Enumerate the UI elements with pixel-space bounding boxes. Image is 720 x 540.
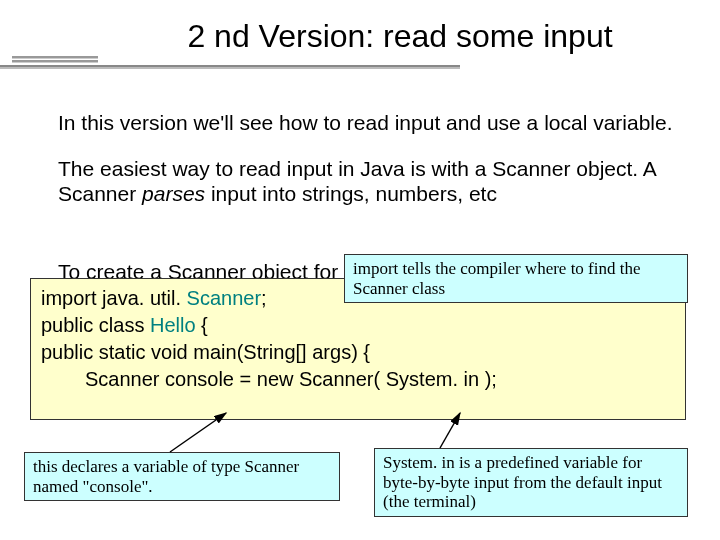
- slide: 2 nd Version: read some input In this ve…: [0, 0, 720, 540]
- callout-import: import tells the compiler where to find …: [344, 254, 688, 303]
- text: {: [196, 314, 208, 336]
- decorative-rule: [12, 56, 98, 59]
- slide-title: 2 nd Version: read some input: [110, 18, 690, 55]
- classname: Scanner: [187, 287, 262, 309]
- text: import java. util.: [41, 287, 187, 309]
- text: input into strings, numbers, etc: [205, 182, 497, 205]
- emphasis: parses: [142, 182, 205, 205]
- title-underline: [0, 65, 460, 69]
- callout-systemin: System. in is a predefined variable for …: [374, 448, 688, 517]
- decorative-rule: [12, 60, 98, 63]
- classname: Hello: [150, 314, 196, 336]
- paragraph-2: The easiest way to read input in Java is…: [58, 156, 684, 207]
- code-line: public class Hello {: [41, 312, 675, 339]
- text: public class: [41, 314, 150, 336]
- title-wrap: 2 nd Version: read some input: [110, 18, 690, 55]
- code-line: Scanner console = new Scanner( System. i…: [41, 366, 675, 393]
- callout-declare: this declares a variable of type Scanner…: [24, 452, 340, 501]
- code-line: public static void main(String[] args) {: [41, 339, 675, 366]
- text: ;: [261, 287, 267, 309]
- body-text: In this version we'll see how to read in…: [58, 110, 684, 223]
- paragraph-1: In this version we'll see how to read in…: [58, 110, 684, 136]
